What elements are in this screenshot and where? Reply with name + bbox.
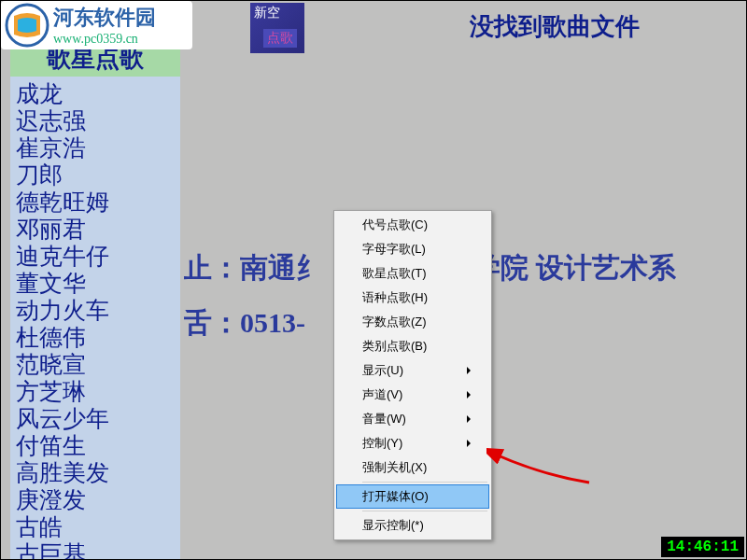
sidebar-item-artist[interactable]: 迟志强: [16, 107, 180, 134]
sidebar-item-artist[interactable]: 德乾旺姆: [16, 189, 180, 216]
app-logo-line1: 新空: [254, 5, 280, 21]
sidebar-item-artist[interactable]: 董文华: [16, 270, 180, 297]
sidebar-item-artist[interactable]: 崔京浩: [16, 134, 180, 161]
submenu-arrow-icon: [467, 440, 471, 447]
menu-item-open-media[interactable]: 打开媒体(O): [336, 484, 489, 509]
menu-item[interactable]: 控制(Y): [336, 431, 489, 455]
menu-item[interactable]: 代号点歌(C): [336, 213, 489, 237]
menu-item-label: 强制关机(X): [362, 459, 427, 476]
error-message: 没找到歌曲文件: [470, 10, 640, 43]
sidebar-item-artist[interactable]: 方芝琳: [16, 378, 180, 405]
sidebar-item-artist[interactable]: 杜德伟: [16, 324, 180, 351]
sidebar-item-artist[interactable]: 刀郎: [16, 161, 180, 189]
background-text-address: 止：南通纟: [184, 249, 324, 287]
sidebar-item-artist[interactable]: 邓丽君: [16, 216, 180, 243]
sidebar-item-artist[interactable]: 范晓宣: [16, 351, 180, 378]
submenu-arrow-icon: [467, 367, 471, 374]
menu-item[interactable]: 音量(W): [336, 407, 489, 431]
menu-item[interactable]: 歌星点歌(T): [336, 261, 489, 286]
menu-item[interactable]: 语种点歌(H): [336, 286, 489, 310]
menu-separator: [362, 482, 487, 483]
app-logo: 新空 点歌: [250, 3, 304, 53]
sidebar-item-artist[interactable]: 庚澄发: [16, 486, 180, 513]
menu-item-label: 字数点歌(Z): [362, 314, 427, 330]
watermark-url: www.pc0359.cn: [53, 32, 156, 47]
sidebar-item-artist[interactable]: 付笛生: [16, 432, 180, 459]
menu-item-label: 显示(U): [362, 362, 403, 379]
sidebar-item-artist[interactable]: 迪克牛仔: [16, 243, 180, 270]
menu-item-label: 歌星点歌(T): [362, 265, 427, 282]
menu-item-label: 控制(Y): [362, 435, 402, 452]
menu-separator: [362, 511, 487, 511]
watermark-logo-icon: [1, 1, 53, 49]
menu-item-label: 代号点歌(C): [362, 217, 428, 233]
background-text-phone: 舌：0513-: [184, 304, 305, 343]
submenu-arrow-icon: [467, 415, 471, 423]
app-logo-line2: 点歌: [263, 29, 297, 48]
submenu-arrow-icon: [467, 391, 471, 399]
annotation-arrow-icon: [486, 438, 599, 494]
sidebar-item-artist[interactable]: 风云少年: [16, 405, 180, 432]
menu-item-label: 字母字歌(L): [362, 241, 426, 258]
watermark-title: 河东软件园: [53, 4, 156, 32]
context-menu[interactable]: 代号点歌(C)字母字歌(L)歌星点歌(T)语种点歌(H)字数点歌(Z)类别点歌(…: [333, 210, 492, 540]
sidebar-item-artist[interactable]: 动力火车: [16, 297, 180, 324]
menu-item[interactable]: 强制关机(X): [336, 455, 489, 480]
sidebar-item-artist[interactable]: 古巨基: [16, 540, 180, 560]
menu-item-label: 声道(V): [362, 386, 402, 403]
menu-item-label: 语种点歌(H): [362, 289, 428, 306]
menu-item[interactable]: 字母字歌(L): [336, 237, 489, 261]
menu-item-label: 打开媒体(O): [362, 488, 429, 505]
menu-item[interactable]: 类别点歌(B): [336, 334, 489, 358]
sidebar-item-artist[interactable]: 高胜美发: [16, 459, 180, 486]
sidebar-item-artist[interactable]: 古皓: [16, 513, 180, 540]
sidebar-item-artist[interactable]: 成龙: [16, 80, 180, 107]
sidebar-list[interactable]: 成龙迟志强崔京浩刀郎德乾旺姆邓丽君迪克牛仔董文华动力火车杜德伟范晓宣方芝琳风云少…: [10, 77, 180, 560]
menu-item-label: 音量(W): [362, 411, 406, 427]
menu-item[interactable]: 声道(V): [336, 383, 489, 407]
menu-item[interactable]: 显示(U): [336, 358, 489, 383]
status-clock: 14:46:11: [661, 537, 744, 557]
menu-item[interactable]: 字数点歌(Z): [336, 310, 489, 334]
menu-item[interactable]: 显示控制(*): [336, 513, 489, 538]
menu-item-label: 显示控制(*): [362, 517, 424, 534]
artist-sidebar: 歌星点歌 成龙迟志强崔京浩刀郎德乾旺姆邓丽君迪克牛仔董文华动力火车杜德伟范晓宣方…: [10, 40, 180, 560]
menu-item-label: 类别点歌(B): [362, 338, 427, 355]
watermark: 河东软件园 www.pc0359.cn: [1, 1, 192, 49]
